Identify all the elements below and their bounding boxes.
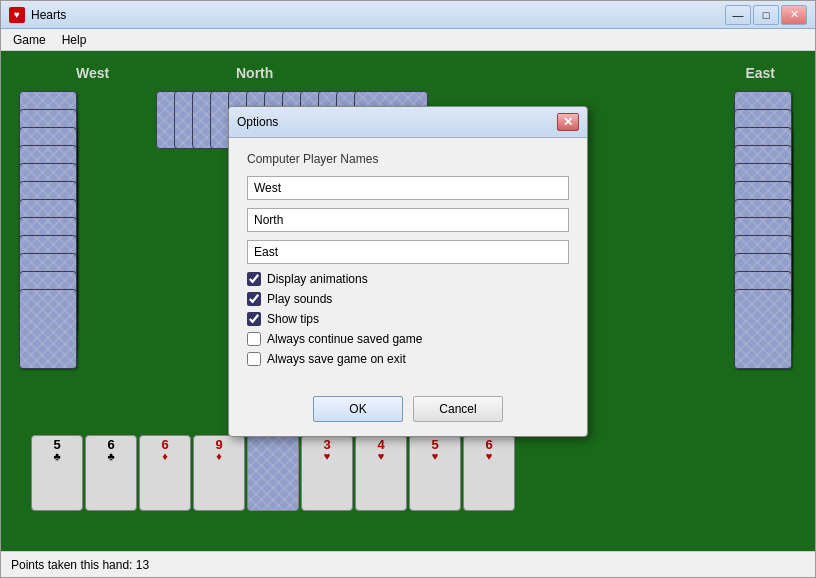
dialog-title: Options [237,115,278,129]
save-checkbox[interactable] [247,352,261,366]
title-buttons: — □ ✕ [725,5,807,25]
menu-bar: Game Help [1,29,815,51]
sounds-row: Play sounds [247,292,569,306]
animations-checkbox[interactable] [247,272,261,286]
title-bar: ♥ Hearts — □ ✕ [1,1,815,29]
dialog-body: Computer Player Names Display animations… [229,138,587,386]
tips-label: Show tips [267,312,319,326]
cancel-button[interactable]: Cancel [413,396,503,422]
status-text: Points taken this hand: 13 [11,558,149,572]
options-dialog: Options ✕ Computer Player Names Display … [228,106,588,437]
ok-button[interactable]: OK [313,396,403,422]
app-window: ♥ Hearts — □ ✕ Game Help West North East [0,0,816,578]
minimize-button[interactable]: — [725,5,751,25]
menu-game[interactable]: Game [5,31,54,49]
dialog-section-title: Computer Player Names [247,152,569,166]
continue-label: Always continue saved game [267,332,422,346]
window-title: Hearts [31,8,725,22]
menu-help[interactable]: Help [54,31,95,49]
continue-checkbox[interactable] [247,332,261,346]
status-bar: Points taken this hand: 13 [1,551,815,577]
maximize-button[interactable]: □ [753,5,779,25]
dialog-buttons: OK Cancel [229,386,587,436]
tips-checkbox[interactable] [247,312,261,326]
west-name-input[interactable] [247,176,569,200]
continue-row: Always continue saved game [247,332,569,346]
game-area: West North East [1,51,815,551]
close-button[interactable]: ✕ [781,5,807,25]
dialog-overlay: Options ✕ Computer Player Names Display … [1,51,815,551]
sounds-checkbox[interactable] [247,292,261,306]
animations-label: Display animations [267,272,368,286]
dialog-close-button[interactable]: ✕ [557,113,579,131]
tips-row: Show tips [247,312,569,326]
save-row: Always save game on exit [247,352,569,366]
dialog-title-bar: Options ✕ [229,107,587,138]
east-name-input[interactable] [247,240,569,264]
app-icon: ♥ [9,7,25,23]
animations-row: Display animations [247,272,569,286]
sounds-label: Play sounds [267,292,332,306]
save-label: Always save game on exit [267,352,406,366]
north-name-input[interactable] [247,208,569,232]
